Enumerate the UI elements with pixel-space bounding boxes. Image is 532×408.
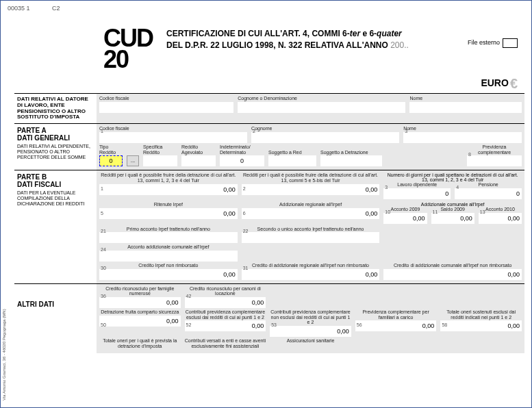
a50-input[interactable] <box>99 316 181 327</box>
indet-input[interactable] <box>220 155 264 166</box>
a52-input[interactable] <box>185 320 266 331</box>
tipo-reddito-lookup-button[interactable]: ... <box>127 155 139 166</box>
b6-input[interactable] <box>242 208 380 219</box>
a58-input[interactable] <box>440 320 522 331</box>
b24-input[interactable] <box>99 251 238 262</box>
b22-input[interactable] <box>242 232 380 243</box>
b10-input[interactable] <box>383 213 427 224</box>
b21-input[interactable] <box>99 232 238 243</box>
dip-cognome-input[interactable] <box>251 132 399 143</box>
b4-input[interactable] <box>455 188 522 199</box>
b3-input[interactable] <box>383 188 451 199</box>
section-parte-b: PARTE B DATI FISCALI DATI PER LA EVENTUA… <box>14 170 524 283</box>
section-datore: DATI RELATIVI AL DATORE DI LAVORO, ENTE … <box>14 93 524 124</box>
cert-title: CERTIFICAZIONE DI CUI ALL'ART. 4, COMMI … <box>166 28 409 51</box>
b1-input[interactable] <box>99 184 238 195</box>
dip-cf-input[interactable] <box>99 132 247 143</box>
section-altri-dati: ALTRI DATI Credito riconosciuto per fami… <box>14 284 524 353</box>
euro-label: EURO€ <box>481 76 518 92</box>
datore-cognome-input[interactable] <box>238 102 405 113</box>
sogg-red-input[interactable] <box>268 155 316 166</box>
a36-input[interactable] <box>99 297 181 308</box>
tipo-reddito-input[interactable] <box>99 155 123 166</box>
a56-input[interactable] <box>355 320 437 331</box>
b2-input[interactable] <box>242 184 380 195</box>
dip-nome-input[interactable] <box>403 132 522 143</box>
a42-input[interactable] <box>185 297 266 308</box>
b31-input[interactable] <box>242 269 380 280</box>
b11-input[interactable] <box>431 213 474 224</box>
cud-year: 20 <box>103 49 153 71</box>
header: CUD 20 CERTIFICAZIONE DI CUI ALL'ART. 4,… <box>103 28 518 70</box>
code-2: C2 <box>52 5 60 12</box>
code-1: 00035 1 <box>8 5 30 12</box>
footer-address: Via Antonio Gramsci, 36 - 46020 Pegognag… <box>2 298 6 400</box>
file-esterno: File esterno <box>468 38 518 48</box>
b13-input[interactable] <box>479 213 522 224</box>
spec-reddito-input[interactable] <box>143 155 177 166</box>
section-parte-a: PARTE A DATI GENERALI DATI RELATIVI AL D… <box>14 124 524 170</box>
b5-input[interactable] <box>99 208 238 219</box>
a53-input[interactable] <box>270 326 351 337</box>
datore-nome-input[interactable] <box>409 102 522 113</box>
file-esterno-box[interactable] <box>503 38 518 48</box>
b30-input[interactable] <box>99 269 238 280</box>
sogg-detr-input[interactable] <box>320 155 382 166</box>
b-credcom-input[interactable] <box>383 269 522 280</box>
datore-cf-input[interactable] <box>99 102 233 113</box>
reddito-agev-input[interactable] <box>181 155 216 166</box>
prev-compl-input[interactable] <box>467 155 522 166</box>
